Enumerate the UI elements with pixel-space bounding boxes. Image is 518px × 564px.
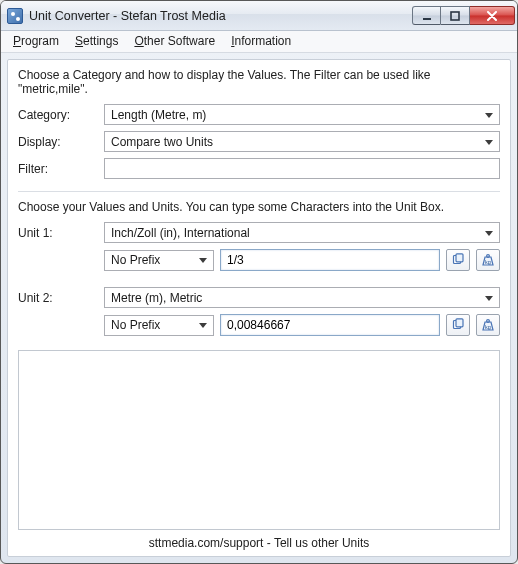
menu-information[interactable]: Information xyxy=(223,31,299,52)
close-icon xyxy=(486,11,498,21)
unit2-prefix-value: No Prefix xyxy=(111,318,160,332)
unit1-value: 1/3 xyxy=(227,253,244,267)
unit1-prefix-value: No Prefix xyxy=(111,253,160,267)
minimize-icon xyxy=(422,11,432,21)
unit2-unit-value: Metre (m), Metric xyxy=(111,291,202,305)
menu-program[interactable]: Program xyxy=(5,31,67,52)
display-value: Compare two Units xyxy=(111,135,213,149)
filter-label: Filter: xyxy=(18,162,98,176)
category-hint: Choose a Category and how to display the… xyxy=(18,68,500,96)
maximize-icon xyxy=(450,11,460,21)
unit2-label: Unit 2: xyxy=(18,291,98,305)
menu-settings[interactable]: Settings xyxy=(67,31,126,52)
window-controls xyxy=(412,6,515,25)
unit2-value-input[interactable]: 0,00846667 xyxy=(220,314,440,336)
display-combo[interactable]: Compare two Units xyxy=(104,131,500,152)
unit1-label: Unit 1: xyxy=(18,226,98,240)
svg-point-4 xyxy=(487,255,490,258)
svg-rect-7 xyxy=(456,319,463,327)
app-window: Unit Converter - Stefan Trost Media Prog… xyxy=(0,0,518,564)
client-area: Choose a Category and how to display the… xyxy=(7,59,511,557)
window-title: Unit Converter - Stefan Trost Media xyxy=(29,9,412,23)
category-label: Category: xyxy=(18,108,98,122)
svg-rect-3 xyxy=(456,254,463,262)
units-hint: Choose your Values and Units. You can ty… xyxy=(18,200,500,214)
menubar: Program Settings Other Software Informat… xyxy=(1,31,517,53)
kg-icon: kg xyxy=(480,318,496,332)
unit2-prefix-combo[interactable]: No Prefix xyxy=(104,315,214,336)
copy-icon xyxy=(451,318,465,332)
maximize-button[interactable] xyxy=(441,6,470,25)
svg-text:kg: kg xyxy=(485,324,491,330)
results-box[interactable] xyxy=(18,350,500,530)
close-button[interactable] xyxy=(470,6,515,25)
category-value: Length (Metre, m) xyxy=(111,108,206,122)
app-icon xyxy=(7,8,23,24)
svg-rect-0 xyxy=(423,18,431,20)
unit2-copy-button[interactable] xyxy=(446,314,470,336)
unit1-prefix-combo[interactable]: No Prefix xyxy=(104,250,214,271)
minimize-button[interactable] xyxy=(412,6,441,25)
category-combo[interactable]: Length (Metre, m) xyxy=(104,104,500,125)
menu-other-software[interactable]: Other Software xyxy=(126,31,223,52)
svg-point-8 xyxy=(487,320,490,323)
unit1-copy-button[interactable] xyxy=(446,249,470,271)
filter-input[interactable] xyxy=(104,158,500,179)
kg-icon: kg xyxy=(480,253,496,267)
footer-link[interactable]: sttmedia.com/support - Tell us other Uni… xyxy=(18,530,500,550)
unit1-value-input[interactable]: 1/3 xyxy=(220,249,440,271)
svg-text:kg: kg xyxy=(485,259,491,265)
svg-rect-1 xyxy=(451,12,459,20)
unit2-kg-button[interactable]: kg xyxy=(476,314,500,336)
unit1-kg-button[interactable]: kg xyxy=(476,249,500,271)
unit1-combo[interactable]: Inch/Zoll (in), International xyxy=(104,222,500,243)
unit2-combo[interactable]: Metre (m), Metric xyxy=(104,287,500,308)
divider-1 xyxy=(18,191,500,192)
titlebar[interactable]: Unit Converter - Stefan Trost Media xyxy=(1,1,517,31)
display-label: Display: xyxy=(18,135,98,149)
unit1-unit-value: Inch/Zoll (in), International xyxy=(111,226,250,240)
copy-icon xyxy=(451,253,465,267)
unit2-value: 0,00846667 xyxy=(227,318,290,332)
